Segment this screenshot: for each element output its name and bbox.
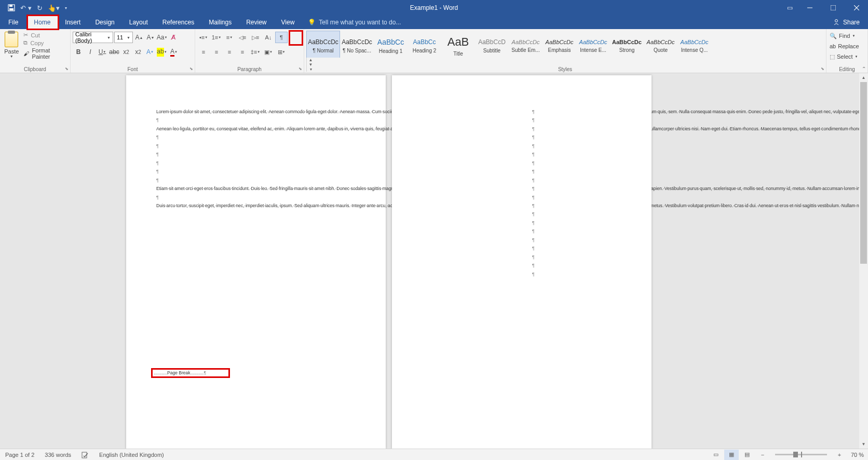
empty-paragraph[interactable]: ¶ (156, 151, 356, 157)
multilevel-list-button[interactable]: ≡▼ (223, 32, 236, 43)
empty-paragraph[interactable]: ¶ (532, 151, 621, 157)
italic-button[interactable]: I (85, 46, 96, 58)
align-center-button[interactable]: ≡ (210, 46, 223, 58)
strikethrough-button[interactable]: abc (108, 46, 120, 58)
font-dialog-icon[interactable]: ⬊ (189, 66, 193, 71)
empty-paragraph[interactable]: ¶ (532, 143, 621, 149)
styles-scroll-up[interactable]: ▲ (307, 58, 315, 62)
cut-button[interactable]: ✂Cut (23, 32, 68, 38)
read-mode-button[interactable]: ▭ (709, 450, 723, 460)
collapse-ribbon-icon[interactable]: ⌃ (862, 66, 866, 72)
empty-paragraph[interactable]: ¶ (532, 271, 621, 277)
replace-button[interactable]: abReplace (829, 41, 865, 51)
empty-paragraph[interactable]: ¶ (532, 126, 621, 132)
status-word-count[interactable]: 336 words (39, 452, 76, 458)
empty-paragraph[interactable]: ¶ (532, 185, 621, 192)
numbering-button[interactable]: 1≡▼ (210, 32, 223, 43)
empty-paragraph[interactable]: ¶ (532, 237, 621, 243)
line-spacing-button[interactable]: ‡≡▼ (249, 46, 262, 58)
bullets-button[interactable]: •≡▼ (197, 32, 210, 43)
empty-paragraph[interactable]: ¶ (532, 117, 621, 123)
style-card-subtle-em---[interactable]: AaBbCcDcSubtle Em... (509, 31, 542, 58)
vertical-scrollbar[interactable]: ▲ ▼ (859, 73, 868, 449)
borders-button[interactable]: ⊞▼ (275, 46, 288, 58)
shading-button[interactable]: ▣▼ (262, 46, 275, 58)
font-name-combo[interactable]: Calibri (Body)▼ (73, 32, 113, 43)
zoom-in-button[interactable]: + (832, 450, 847, 460)
document-canvas[interactable]: Lorem·ipsum·dolor·sit·amet,·consectetuer… (0, 73, 859, 449)
web-layout-button[interactable]: ▤ (740, 450, 754, 460)
font-size-combo[interactable]: 11▼ (114, 32, 133, 43)
status-language[interactable]: English (United Kingdom) (94, 452, 169, 458)
empty-paragraph[interactable]: ¶ (532, 177, 621, 183)
maximize-button[interactable] (821, 0, 845, 16)
style-card-heading-2[interactable]: AaBbCcHeading 2 (408, 31, 441, 58)
style-card-emphasis[interactable]: AaBbCcDcEmphasis (542, 31, 576, 58)
tab-review[interactable]: Review (239, 16, 274, 29)
subscript-button[interactable]: x2 (120, 46, 132, 58)
decrease-indent-button[interactable]: ◁≡ (236, 32, 249, 43)
zoom-thumb[interactable] (793, 452, 798, 457)
show-hide-button[interactable]: ¶ (275, 32, 288, 43)
share-button[interactable]: Share (824, 16, 868, 29)
clipboard-dialog-icon[interactable]: ⬊ (65, 66, 69, 71)
empty-paragraph[interactable]: ¶ (532, 109, 621, 115)
empty-paragraph[interactable]: ¶ (532, 245, 621, 251)
undo-icon[interactable]: ↶ ▾ (20, 4, 32, 12)
font-color-button[interactable]: A▼ (168, 46, 180, 58)
format-painter-button[interactable]: 🖌Format Painter (23, 47, 68, 60)
tell-me-search[interactable]: 💡 Tell me what you want to do... (308, 16, 401, 29)
align-right-button[interactable]: ≡ (223, 46, 236, 58)
status-proofing-icon[interactable] (76, 451, 94, 458)
empty-paragraph[interactable]: ¶ (532, 220, 621, 226)
style-card-title[interactable]: AaBTitle (441, 31, 475, 58)
style-card-intense-e---[interactable]: AaBbCcDcIntense E... (576, 31, 610, 58)
empty-paragraph[interactable]: ¶ (532, 202, 621, 209)
select-button[interactable]: ⬚Select▼ (829, 51, 865, 62)
tab-design[interactable]: Design (88, 16, 121, 29)
page-2[interactable]: ¶¶¶¶¶¶¶¶¶¶¶¶¶¶¶¶¶¶¶¶ (392, 75, 652, 449)
style-card---no-spac---[interactable]: AaBbCcDc¶ No Spac... (340, 31, 374, 58)
body-text[interactable]: Duis·arcu·tortor,·suscipit·eget,·imperdi… (156, 202, 356, 209)
style-card-strong[interactable]: AaBbCcDcStrong (610, 31, 644, 58)
ribbon-options-icon[interactable]: ▭ (787, 4, 793, 11)
highlight-button[interactable]: ab▼ (156, 46, 168, 58)
bold-button[interactable]: B (73, 46, 84, 58)
tab-layout[interactable]: Layout (122, 16, 155, 29)
scroll-up-button[interactable]: ▲ (859, 73, 868, 82)
copy-button[interactable]: ⧉Copy (23, 39, 68, 46)
empty-paragraph[interactable]: ¶ (156, 194, 356, 200)
tab-insert[interactable]: Insert (58, 16, 88, 29)
change-case-button[interactable]: Aa▼ (157, 32, 167, 43)
body-text[interactable]: Etiam·sit·amet·orci·eget·eros·faucibus·t… (156, 185, 356, 192)
empty-paragraph[interactable]: ¶ (532, 194, 621, 200)
qat-customize-icon[interactable]: ▾ (65, 6, 67, 10)
empty-paragraph[interactable]: ¶ (156, 160, 356, 166)
clear-formatting-button[interactable]: A̸ (168, 32, 179, 43)
paste-button[interactable]: Paste ▼ (2, 31, 21, 72)
empty-paragraph[interactable]: ¶ (532, 262, 621, 268)
scroll-thumb[interactable] (860, 82, 867, 264)
empty-paragraph[interactable]: ¶ (156, 134, 356, 140)
touch-mode-icon[interactable]: 👆▾ (48, 4, 60, 12)
empty-paragraph[interactable]: ¶ (532, 211, 621, 217)
empty-paragraph[interactable]: ¶ (156, 143, 356, 149)
page-1[interactable]: Lorem·ipsum·dolor·sit·amet,·consectetuer… (126, 75, 386, 449)
grow-font-button[interactable]: A▲ (134, 32, 144, 43)
find-button[interactable]: 🔍Find▼ (829, 31, 865, 41)
zoom-slider[interactable] (775, 454, 827, 455)
tab-file[interactable]: File (0, 16, 26, 29)
body-text[interactable]: Aenean·leo·ligula,·porttitor·eu,·consequ… (156, 126, 356, 132)
close-button[interactable] (845, 0, 868, 16)
styles-dialog-icon[interactable]: ⬊ (821, 66, 824, 71)
status-page[interactable]: Page 1 of 2 (0, 452, 39, 458)
empty-paragraph[interactable]: ¶ (532, 160, 621, 166)
empty-paragraph[interactable]: ¶ (532, 254, 621, 260)
tab-view[interactable]: View (274, 16, 302, 29)
increase-indent-button[interactable]: ▷≡ (249, 32, 262, 43)
zoom-level[interactable]: 70 % (848, 452, 864, 458)
page-break-marker[interactable]: .............. Page Break ..............… (151, 368, 230, 378)
underline-button[interactable]: U▼ (97, 46, 108, 58)
tab-mailings[interactable]: Mailings (201, 16, 239, 29)
superscript-button[interactable]: x2 (132, 46, 144, 58)
